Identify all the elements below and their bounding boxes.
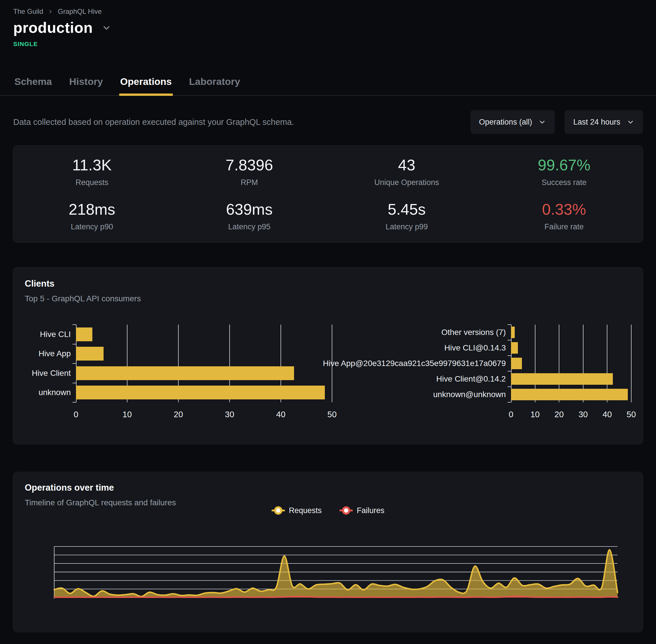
bar-hive-client [76,366,294,380]
tab-laboratory[interactable]: Laboratory [188,76,241,95]
axis-tick-stub [508,355,511,356]
target-selector-chevron-icon[interactable] [101,23,111,33]
operations-timeline-chart [13,472,643,632]
bar-category-labels: Hive CLIHive AppHive Clientunknown [25,325,76,420]
stat-value: 11.3K [13,157,171,174]
x-tick-label: 10 [122,410,132,419]
bar-unknown [76,386,325,399]
breadcrumb-item-graphql-hive[interactable]: GraphQL Hive [58,7,102,16]
bar-label-unknown-unknown: unknown@unknown [341,387,511,402]
axis-tick-stub [72,324,76,325]
legend-requests[interactable]: Requests [272,506,322,515]
bar-label-hive-client: Hive Client [25,364,76,383]
operations-over-time-card: Operations over time Timeline of GraphQL… [13,472,643,632]
x-tick-label: 40 [603,410,612,419]
bar-hive-app-20e3129caa921c35e9979631e17a0679 [511,358,522,369]
stat-value: 218ms [13,201,171,218]
stat-success-rate: 99.67%Success rate [485,157,643,187]
legend-label: Requests [289,506,322,515]
stat-requests: 11.3KRequests [13,157,171,187]
axis-tick-stub [72,363,76,364]
x-tick-label: 50 [627,410,636,419]
page-description: Data collected based on operation execut… [13,117,294,127]
bar-label-hive-cli-0-14-3: Hive CLI@0.14.3 [341,340,511,356]
stat-rpm: 7.8396RPM [171,157,328,187]
failures-legend-marker-icon [339,506,353,515]
breadcrumb-separator-icon [48,9,53,15]
tab-history[interactable]: History [68,76,104,95]
legend-label: Failures [357,506,384,515]
bar-label-hive-app: Hive App [25,344,76,364]
page-title: production [13,20,93,36]
bar-label-other-versions-7: Other versions (7) [341,325,511,340]
stat-unique-operations: 43Unique Operations [328,157,485,187]
axis-tick-stub [508,340,511,340]
clients-card: Clients Top 5 - GraphQL API consumers Hi… [13,267,643,444]
axis-tick-stub [508,387,511,387]
bar-unknown-unknown [511,389,628,400]
x-tick-label: 50 [327,410,337,419]
x-tick-label: 10 [530,410,539,419]
bar-hive-app [76,347,103,361]
tab-schema[interactable]: Schema [13,76,53,95]
dropdown-label: Last 24 hours [573,118,620,127]
axis-tick-stub [72,344,76,344]
stat-label: Latency p90 [13,223,171,231]
stat-value: 99.67% [485,157,643,174]
axis-tick-stub [508,371,511,371]
bar-x-axis: 01020304050 [511,402,631,420]
axis-tick-stub [508,402,511,402]
bar-label-hive-cli: Hive CLI [25,325,76,344]
tab-bar: SchemaHistoryOperationsLaboratory [0,76,656,96]
stat-label: Success rate [485,178,643,187]
bar-plot-wrap: 01020304050 [511,325,631,420]
stat-value: 0.33% [485,201,643,218]
clients-title: Clients [25,279,631,289]
stat-value: 639ms [171,201,328,218]
axis-tick-stub [72,383,76,383]
bar-label-hive-client-0-14-2: Hive Client@0.14.2 [341,371,511,387]
stat-latency-p90: 218msLatency p90 [13,201,171,231]
clients-charts-row: Hive CLIHive AppHive Clientunknown010203… [25,325,631,420]
stat-value: 43 [328,157,485,174]
dropdown-label: Operations (all) [479,118,532,127]
bar-plot-area [511,325,631,402]
stat-latency-p99: 5.45sLatency p99 [328,201,485,231]
breadcrumb-item-the-guild[interactable]: The Guild [13,7,43,16]
bar-category-labels: Other versions (7)Hive CLI@0.14.3Hive Ap… [341,325,511,420]
stat-value: 5.45s [328,201,485,218]
legend-failures[interactable]: Failures [339,506,384,515]
bar-plot-wrap: 01020304050 [76,325,332,420]
bar-hive-client-0-14-2 [511,373,613,385]
stat-label: Requests [13,178,171,187]
stat-label: Unique Operations [328,178,485,187]
chevron-down-icon [538,118,546,126]
time-range-dropdown[interactable]: Last 24 hours [564,110,643,134]
x-gridline [631,325,632,402]
chevron-down-icon [627,118,634,126]
axis-tick-stub [72,402,76,402]
requests-legend-marker-icon [272,506,285,515]
x-tick-label: 40 [276,410,285,419]
timeline-legend: RequestsFailures [13,506,643,515]
operations-filter-dropdown[interactable]: Operations (all) [470,110,555,134]
bar-other-versions-7 [511,327,515,338]
target-mode-badge: SINGLE [13,41,656,47]
stat-latency-p95: 639msLatency p95 [171,201,328,231]
requests-area [54,550,617,598]
stat-label: Failure rate [485,223,643,231]
requests-series [54,550,617,598]
bar-x-axis: 01020304050 [76,402,332,420]
bar-label-unknown: unknown [25,383,76,402]
stat-label: Latency p99 [328,223,485,231]
axis-tick-stub [508,324,511,325]
stat-failure-rate: 0.33%Failure rate [485,201,643,231]
tab-operations[interactable]: Operations [119,76,173,95]
stat-label: Latency p95 [171,223,328,231]
stat-value: 7.8396 [171,157,328,174]
x-gridline [332,325,332,402]
x-tick-label: 30 [579,410,588,419]
page-header: The GuildGraphQL Hive production SINGLE [0,0,656,47]
breadcrumb: The GuildGraphQL Hive [13,7,656,16]
x-tick-label: 20 [555,410,564,419]
